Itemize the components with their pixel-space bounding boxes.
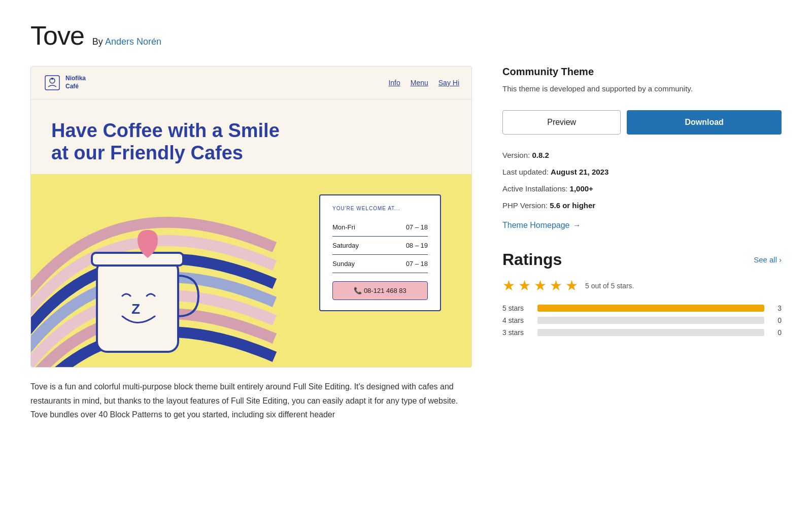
- community-label: Community Theme: [502, 66, 782, 78]
- logo-icon: [43, 74, 61, 92]
- mockup-nav: NiofikaCafé Info Menu Say Hi: [31, 67, 471, 99]
- theme-title: Tove: [30, 20, 84, 51]
- rating-bar-track-3: [537, 329, 764, 336]
- meta-table: Version: 0.8.2 Last updated: August 21, …: [502, 150, 782, 211]
- mockup-logo: NiofikaCafé: [43, 74, 86, 92]
- stars-row: ★ ★ ★ ★ ★ 5 out of 5 stars.: [502, 277, 782, 294]
- stars-label: 5 out of 5 stars.: [585, 282, 634, 290]
- rating-bar-track-5: [537, 305, 764, 312]
- star-4: ★: [550, 277, 562, 294]
- last-updated-row: Last updated: August 21, 2023: [502, 167, 782, 177]
- mockup-hero: Have Coffee with a Smile at our Friendly…: [31, 99, 471, 164]
- active-installs-row: Active Installations: 1,000+: [502, 183, 782, 194]
- info-card-phone: 📞 08-121 468 83: [332, 281, 428, 300]
- theme-description: Tove is a fun and colorful multi-purpose…: [30, 380, 472, 421]
- rating-bar-5stars: 5 stars 3: [502, 304, 782, 312]
- star-5: ★: [565, 277, 578, 294]
- nav-link-say-hi[interactable]: Say Hi: [438, 79, 459, 87]
- logo-text: NiofikaCafé: [65, 75, 86, 90]
- star-1: ★: [502, 277, 515, 294]
- rating-bar-track-4: [537, 317, 764, 324]
- info-card-row-sunday: Sunday 07 – 18: [332, 255, 428, 273]
- theme-header: Tove By Anders Norén: [30, 20, 782, 51]
- info-card: YOU'RE WELCOME AT... Mon-Fri 07 – 18 Sat…: [319, 194, 441, 311]
- rating-bars: 5 stars 3 4 stars 0 3 stars 0: [502, 304, 782, 337]
- right-column: Community Theme This theme is developed …: [502, 66, 782, 341]
- left-column: NiofikaCafé Info Menu Say Hi Have Coffee…: [30, 66, 472, 421]
- version-row: Version: 0.8.2: [502, 150, 782, 160]
- mockup-hero-heading: Have Coffee with a Smile at our Friendly…: [51, 120, 451, 164]
- theme-preview: NiofikaCafé Info Menu Say Hi Have Coffee…: [30, 66, 472, 368]
- see-all-link[interactable]: See all ›: [754, 255, 782, 264]
- ratings-header: Ratings See all ›: [502, 250, 782, 269]
- star-2: ★: [518, 277, 531, 294]
- rating-bar-3stars: 3 stars 0: [502, 328, 782, 337]
- action-buttons: Preview Download: [502, 110, 782, 135]
- rating-bar-fill-5: [537, 305, 764, 312]
- info-card-row-saturday: Saturday 08 – 19: [332, 237, 428, 255]
- info-card-title: YOU'RE WELCOME AT...: [332, 206, 428, 211]
- svg-point-3: [51, 78, 53, 80]
- coffee-cup-svg: Z: [72, 194, 214, 367]
- nav-link-menu[interactable]: Menu: [411, 79, 428, 87]
- mockup-site: NiofikaCafé Info Menu Say Hi Have Coffee…: [31, 67, 471, 367]
- download-button[interactable]: Download: [627, 110, 782, 135]
- rating-bar-4stars: 4 stars 0: [502, 316, 782, 324]
- main-layout: NiofikaCafé Info Menu Say Hi Have Coffee…: [30, 66, 782, 421]
- nav-link-info[interactable]: Info: [388, 79, 400, 87]
- mockup-illustration: Z YOU'RE WELCOME AT... Mon-Fri 07 – 18 S…: [31, 174, 471, 367]
- theme-homepage-link[interactable]: Theme Homepage →: [502, 221, 581, 230]
- svg-rect-5: [92, 253, 183, 266]
- mockup-nav-links: Info Menu Say Hi: [388, 79, 459, 87]
- community-text: This theme is developed and supported by…: [502, 83, 782, 95]
- php-version-row: PHP Version: 5.6 or higher: [502, 200, 782, 211]
- theme-author: By Anders Norén: [92, 37, 161, 47]
- star-3: ★: [534, 277, 547, 294]
- ratings-title: Ratings: [502, 250, 562, 269]
- svg-text:Z: Z: [131, 301, 140, 317]
- svg-rect-0: [43, 74, 61, 92]
- author-link[interactable]: Anders Norén: [105, 37, 161, 47]
- info-card-row-monfri: Mon-Fri 07 – 18: [332, 218, 428, 237]
- preview-button[interactable]: Preview: [502, 110, 621, 135]
